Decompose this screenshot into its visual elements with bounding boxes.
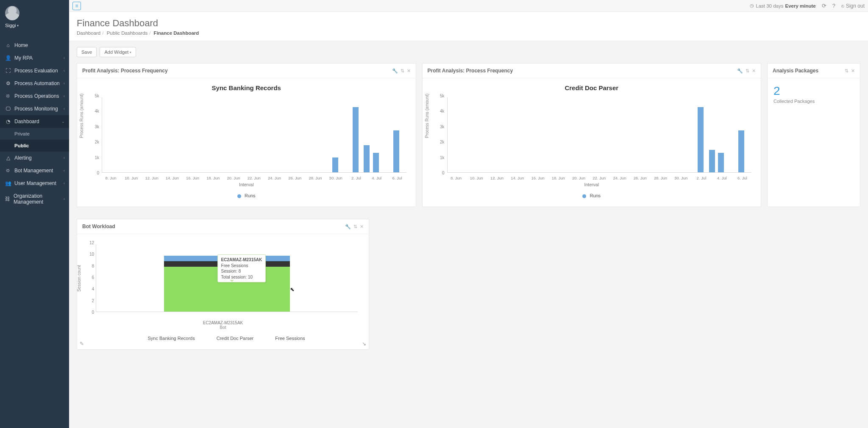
nav-icon: ⚙ — [5, 80, 11, 86]
nav-icon: ⛶ — [5, 68, 11, 74]
topbar: ≡ ◷ Last 30 days Every minute ⟳ ? ⎋ Sign… — [69, 0, 868, 12]
widget-close-icon[interactable]: ✕ — [851, 68, 855, 74]
widget-settings-icon[interactable]: 🔧 — [392, 68, 398, 74]
sidebar-item-my-rpa[interactable]: 👤My RPA‹ — [0, 52, 69, 64]
widget-title: Analysis Packages — [773, 68, 845, 74]
resize-handle-br-icon[interactable]: ↘ — [362, 341, 366, 347]
sidebar-item-user-management[interactable]: 👥User Management‹ — [0, 177, 69, 190]
bar[interactable] — [332, 157, 338, 172]
legend-label: Runs — [590, 193, 601, 198]
widget-title: Profit Analysis: Process Frequency — [428, 68, 737, 74]
time-range-picker[interactable]: ◷ Last 30 days Every minute — [750, 3, 815, 8]
legend-label: Credit Doc Parser — [217, 336, 253, 341]
chevron-left-icon: ‹ — [64, 107, 65, 111]
widget-settings-icon[interactable]: 🔧 — [737, 68, 743, 74]
sidebar-item-process-operations[interactable]: ⛭Process Operations‹ — [0, 90, 69, 102]
refresh-button[interactable]: ⟳ — [822, 3, 826, 9]
nav-label: My RPA — [14, 55, 33, 61]
widget-move-icon[interactable]: ⇅ — [353, 224, 357, 229]
nav-label: User Management — [14, 180, 56, 186]
x-axis-label: Interval — [428, 182, 755, 187]
nav-label: Alerting — [14, 155, 32, 161]
widget-close-icon[interactable]: ✕ — [360, 224, 364, 229]
crumb-root[interactable]: Dashboard — [77, 30, 100, 36]
sidebar-item-process-automation[interactable]: ⚙Process Automation‹ — [0, 77, 69, 90]
stacked-bar[interactable] — [164, 256, 289, 312]
crumb-parent[interactable]: Public Dashboards — [107, 30, 148, 36]
bar[interactable] — [738, 130, 744, 172]
segment-sync-banking-records[interactable] — [164, 256, 289, 261]
sidebar-item-home[interactable]: ⌂Home — [0, 39, 69, 52]
widget-packages: Analysis Packages ⇅ ✕ 2 Collected Packag… — [767, 63, 860, 207]
nav-label: Process Operations — [14, 93, 59, 99]
widget-close-icon[interactable]: ✕ — [407, 68, 411, 74]
sidebar-item-process-monitoring[interactable]: 🖵Process Monitoring‹ — [0, 102, 69, 115]
widget-move-icon[interactable]: ⇅ — [401, 68, 404, 74]
clock-icon: ◷ — [750, 3, 754, 8]
widget-close-icon[interactable]: ✕ — [752, 68, 756, 74]
add-widget-button[interactable]: Add Widget▾ — [100, 47, 136, 57]
sidebar-item-dashboard[interactable]: ◔Dashboard⌄ — [0, 115, 69, 128]
legend-label: Free Sessions — [275, 336, 305, 341]
widget-settings-icon[interactable]: 🔧 — [345, 224, 351, 229]
sidebar-subitem-private[interactable]: Private — [0, 128, 69, 140]
sidebar-subitem-public[interactable]: Public — [0, 140, 69, 152]
user-menu[interactable]: Siggi▾ — [5, 23, 64, 28]
widget-row-2: Bot Workload 🔧 ⇅ ✕ Session count 0246810… — [69, 219, 868, 363]
segment-credit-doc-parser[interactable] — [164, 261, 289, 267]
nav-label: Process Monitoring — [14, 106, 58, 112]
signout-button[interactable]: ⎋ Sign out — [841, 3, 865, 9]
packages-label: Collected Packages — [773, 99, 854, 104]
bar[interactable] — [698, 107, 704, 172]
chevron-left-icon: ‹ — [64, 69, 65, 73]
segment-free-sessions[interactable] — [164, 267, 289, 312]
nav-icon: △ — [5, 155, 11, 161]
chevron-left-icon: ‹ — [64, 181, 65, 185]
page-header: Finance Dashboard Dashboard/ Public Dash… — [69, 12, 868, 41]
bar[interactable] — [373, 153, 379, 172]
nav-icon: 🖵 — [5, 106, 11, 112]
save-button[interactable]: Save — [77, 47, 97, 57]
chevron-left-icon: ‹ — [64, 168, 65, 173]
widget-move-icon[interactable]: ⇅ — [746, 68, 749, 74]
widget-credit-doc: Profit Analysis: Process Frequency 🔧 ⇅ ✕… — [422, 63, 762, 207]
widget-move-icon[interactable]: ⇅ — [845, 68, 849, 74]
sidebar-item-bot-management[interactable]: ⛭Bot Management‹ — [0, 164, 69, 177]
x-category: EC2AMAZ-M2315AK — [83, 320, 363, 325]
chevron-left-icon: ‹ — [64, 81, 65, 86]
help-button[interactable]: ? — [832, 3, 835, 9]
y-axis-label: Process Runs (amount) — [424, 94, 429, 138]
bar[interactable] — [709, 150, 715, 172]
bar[interactable] — [718, 153, 724, 172]
chart-legend: Sync Banking Records Credit Doc Parser F… — [83, 336, 363, 341]
sidebar-item-process-evaluation[interactable]: ⛶Process Evaluation‹ — [0, 64, 69, 77]
nav-label: Process Automation — [14, 80, 60, 86]
user-block: Siggi▾ — [0, 0, 69, 31]
sidebar-item-organization-management[interactable]: ⛓Organization Management‹ — [0, 190, 69, 208]
nav-label: Public — [14, 143, 29, 148]
bar[interactable] — [364, 145, 370, 172]
chart: Process Runs (amount) 01k2k3k4k5k 8. Jun… — [428, 96, 755, 180]
breadcrumb: Dashboard/ Public Dashboards/ Finance Da… — [77, 30, 860, 36]
nav-label: Private — [14, 131, 30, 136]
legend-label: Runs — [245, 193, 256, 198]
chart-legend: Runs — [83, 193, 410, 198]
nav-icon: 👤 — [5, 55, 11, 61]
chevron-left-icon: ‹ — [64, 197, 65, 201]
toggle-sidebar-button[interactable]: ≡ — [72, 2, 81, 10]
signout-label: Sign out — [846, 3, 865, 9]
add-widget-label: Add Widget — [104, 50, 128, 55]
avatar[interactable] — [5, 6, 19, 20]
nav-icon: ⛓ — [5, 196, 10, 202]
caret-down-icon: ▾ — [130, 51, 131, 54]
resize-handle-bl-icon[interactable]: ✎ — [80, 341, 84, 347]
nav-label: Dashboard — [14, 119, 39, 124]
chevron-left-icon: ‹ — [64, 56, 65, 60]
dashboard-actions: Save Add Widget▾ — [77, 47, 860, 57]
sidebar-item-alerting[interactable]: △Alerting‹ — [0, 152, 69, 164]
x-axis-label: Interval — [83, 182, 410, 187]
chart-title: Sync Banking Records — [83, 84, 410, 91]
bar[interactable] — [393, 130, 399, 172]
bar[interactable] — [353, 107, 359, 172]
chart: 024681012 EC2AMAZ-M2315AK Free Sessions … — [96, 243, 358, 319]
